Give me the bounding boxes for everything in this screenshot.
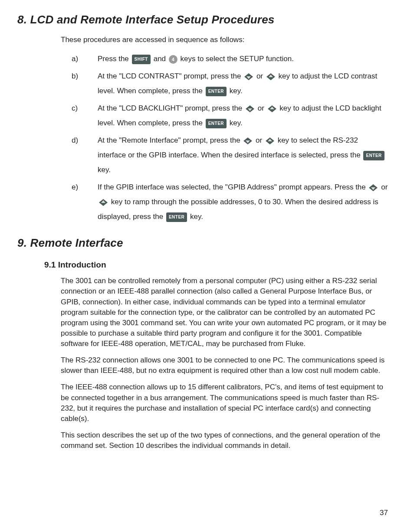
section-9: 9. Remote Interface 9.1 Introduction The… [17, 236, 388, 451]
step-marker: b) [72, 69, 98, 98]
paragraph: The 3001 can be controlled remotely from… [61, 276, 388, 349]
text: If the GPIB interface was selected, the … [98, 183, 368, 191]
step-e: e) If the GPIB interface was selected, t… [72, 180, 388, 224]
paragraph: The IEEE-488 connection allows up to 15 … [61, 382, 388, 424]
up-arrow-icon [98, 198, 108, 207]
text: key. [98, 166, 111, 174]
down-arrow-icon [245, 104, 255, 113]
step-body: At the "LCD CONTRAST" prompt, press the … [98, 69, 388, 98]
text: or [256, 72, 265, 80]
text: At the "Remote Interface" prompt, press … [98, 136, 242, 144]
paragraph: The RS-232 connection allows one 3001 to… [61, 355, 388, 376]
text: At the "LCD BACKLIGHT" prompt, press the [98, 104, 244, 112]
enter-key-icon: ENTER [206, 119, 227, 128]
step-body: Press the SHIFT and 4 keys to select the… [98, 52, 388, 66]
text: key. [230, 119, 243, 127]
steps-list: a) Press the SHIFT and 4 keys to select … [72, 52, 388, 224]
shift-key-icon: SHIFT [132, 55, 151, 64]
subsection-9-1-title: 9.1 Introduction [44, 260, 388, 270]
step-marker: d) [72, 133, 98, 177]
text: key. [230, 87, 243, 95]
up-arrow-icon [266, 72, 276, 81]
step-body: At the "Remote Interface" prompt, press … [98, 133, 388, 177]
text: At the "LCD CONTRAST" prompt, press the [98, 72, 243, 80]
down-arrow-icon [243, 137, 253, 145]
up-arrow-icon [265, 137, 275, 145]
page-number: 37 [380, 509, 388, 517]
text: key to ramp through the possible address… [98, 198, 378, 221]
step-marker: c) [72, 101, 98, 131]
step-b: b) At the "LCD CONTRAST" prompt, press t… [72, 69, 388, 98]
section-8-intro: These procedures are accessed in sequenc… [61, 34, 388, 46]
text: key. [190, 212, 203, 221]
enter-key-icon: ENTER [206, 87, 227, 96]
down-arrow-icon [368, 183, 378, 192]
text: or [381, 183, 388, 191]
up-arrow-icon [267, 104, 277, 113]
text: or [258, 104, 266, 112]
step-marker: a) [72, 52, 98, 66]
step-d: d) At the "Remote Interface" prompt, pre… [72, 133, 388, 177]
step-a: a) Press the SHIFT and 4 keys to select … [72, 52, 388, 66]
step-c: c) At the "LCD BACKLIGHT" prompt, press … [72, 101, 388, 131]
paragraph: This section describes the set up of the… [61, 430, 388, 451]
section-9-title: 9. Remote Interface [17, 236, 388, 250]
four-key-icon: 4 [169, 55, 177, 64]
section-8-title: 8. LCD and Remote Interface Setup Proced… [17, 13, 388, 26]
text: keys to select the SETUP function. [181, 55, 294, 63]
step-marker: e) [72, 180, 98, 224]
text: Press the [98, 55, 131, 63]
text: and [154, 55, 168, 63]
step-body: If the GPIB interface was selected, the … [98, 180, 388, 224]
enter-key-icon: ENTER [166, 212, 187, 222]
enter-key-icon: ENTER [363, 151, 384, 160]
down-arrow-icon [243, 72, 254, 81]
text: or [256, 136, 264, 144]
step-body: At the "LCD BACKLIGHT" prompt, press the… [98, 101, 388, 131]
